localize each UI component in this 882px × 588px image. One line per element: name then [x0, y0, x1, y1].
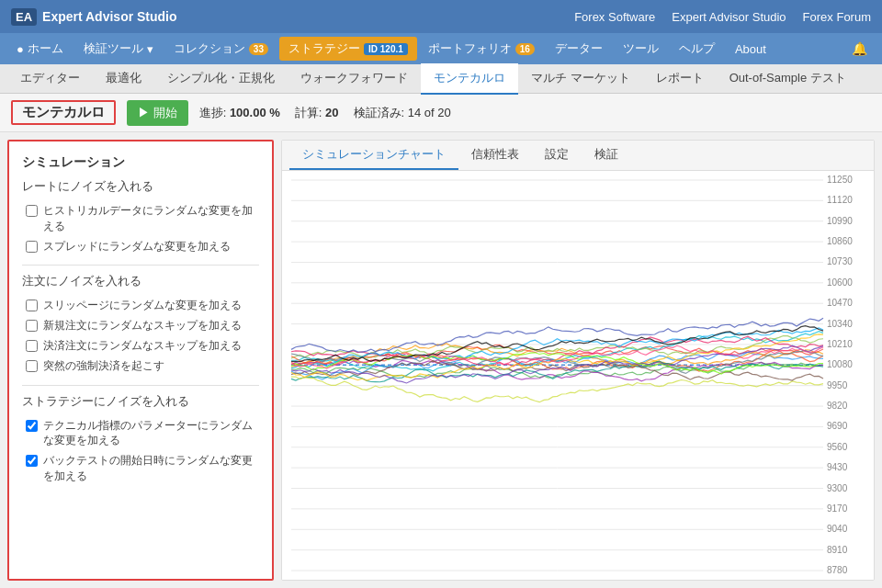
- nav-help[interactable]: ヘルプ: [670, 35, 724, 62]
- nav-strategy[interactable]: ストラテジー ID 120.1: [279, 37, 417, 61]
- tab-simplify[interactable]: シンプル化・正規化: [154, 63, 288, 95]
- check-technical-label: テクニカル指標のパラメーターにランダムな変更を加える: [43, 418, 259, 449]
- top-nav-right: Forex Software Expert Advisor Studio For…: [574, 10, 871, 24]
- nav-portfolio-label: ポートフォリオ: [428, 40, 512, 57]
- check-backtest-date-input[interactable]: [26, 455, 38, 467]
- nav-about-label: About: [735, 42, 766, 56]
- check-close-order-input[interactable]: [26, 340, 38, 352]
- check-new-order-label: 新規注文にランダムなスキップを加える: [43, 318, 242, 334]
- tab-reliability[interactable]: 信頼性表: [458, 141, 532, 170]
- sub-nav: エディター 最適化 シンプル化・正規化 ウォークフォワード モンテカルロ マルチ…: [0, 64, 882, 94]
- section-order-noise: 注文にノイズを入れる スリッページにランダムな変更を加える 新規注文にランダムな…: [22, 273, 259, 373]
- simulation-title: シミュレーション: [22, 154, 259, 171]
- check-new-order-input[interactable]: [26, 320, 38, 332]
- nav-help-label: ヘルプ: [679, 40, 715, 57]
- check-forced-input[interactable]: [26, 360, 38, 372]
- tab-verification[interactable]: 検証: [582, 141, 631, 170]
- tab-report[interactable]: レポート: [643, 63, 717, 95]
- top-nav-left: EA Expert Advisor Studio: [11, 8, 177, 26]
- order-noise-title: 注文にノイズを入れる: [22, 273, 259, 292]
- nav-collection-label: コレクション: [174, 40, 245, 57]
- check-backtest-date-label: バックテストの開始日時にランダムな変更を加える: [43, 453, 259, 484]
- forex-forum-link[interactable]: Forex Forum: [803, 10, 871, 24]
- check-close-order: 決済注文にランダムなスキップを加える: [22, 338, 259, 354]
- nav-about[interactable]: About: [726, 37, 775, 62]
- nav-verification-label: 検証ツール: [84, 40, 143, 57]
- tab-montecarlo[interactable]: モンテカルロ: [421, 63, 518, 95]
- nav-data[interactable]: データー: [546, 35, 612, 62]
- home-dot: ●: [17, 42, 24, 56]
- check-slippage-input[interactable]: [26, 300, 38, 311]
- tab-editor[interactable]: エディター: [7, 63, 93, 95]
- notification-icon[interactable]: 🔔: [844, 36, 875, 62]
- calc-label: 計算: 20: [295, 105, 339, 121]
- main-nav: ● ホーム 検証ツール ▾ コレクション 33 ストラテジー ID 120.1 …: [0, 33, 882, 64]
- nav-tools[interactable]: ツール: [614, 35, 668, 62]
- portfolio-badge: 16: [515, 43, 535, 55]
- collection-badge: 33: [249, 43, 268, 55]
- forex-software-link[interactable]: Forex Software: [574, 10, 655, 24]
- check-forced: 突然の強制決済を起こす: [22, 358, 259, 374]
- nav-data-label: データー: [555, 40, 603, 57]
- check-backtest-date: バックテストの開始日時にランダムな変更を加える: [22, 453, 259, 484]
- content-area: シミュレーション レートにノイズを入れる ヒストリカルデータにランダムな変更を加…: [0, 132, 882, 588]
- app-title: Expert Advisor Studio: [42, 9, 177, 24]
- section-strategy-noise: ストラテジーにノイズを入れる テクニカル指標のパラメーターにランダムな変更を加え…: [22, 393, 259, 484]
- chevron-down-icon: ▾: [147, 42, 153, 56]
- nav-collection[interactable]: コレクション 33: [164, 35, 277, 62]
- nav-portfolio[interactable]: ポートフォリオ 16: [419, 35, 544, 62]
- check-historical-label: ヒストリカルデータにランダムな変更を加える: [43, 203, 259, 234]
- check-slippage-label: スリッページにランダムな変更を加える: [43, 298, 242, 313]
- nav-tools-label: ツール: [623, 40, 659, 57]
- eas-link[interactable]: Expert Advisor Studio: [672, 10, 786, 24]
- check-spread-input[interactable]: [26, 241, 38, 253]
- strategy-id-badge: ID 120.1: [364, 43, 408, 55]
- check-historical-input[interactable]: [26, 205, 38, 217]
- header-info: 進捗: 100.00 % 計算: 20 検証済み: 14 of 20: [199, 105, 451, 121]
- nav-strategy-label: ストラテジー: [288, 40, 360, 57]
- check-forced-label: 突然の強制決済を起こす: [43, 358, 164, 374]
- nav-verification[interactable]: 検証ツール ▾: [74, 35, 163, 62]
- tab-settings[interactable]: 設定: [532, 141, 582, 170]
- top-nav: EA Expert Advisor Studio Forex Software …: [0, 0, 882, 33]
- strategy-noise-title: ストラテジーにノイズを入れる: [22, 393, 259, 413]
- page-header: モンテカルロ ▶ 開始 進捗: 100.00 % 計算: 20 検証済み: 14…: [0, 94, 882, 132]
- section-rate-noise: レートにノイズを入れる ヒストリカルデータにランダムな変更を加える スプレッドに…: [22, 178, 259, 254]
- tab-oos[interactable]: Out-of-Sample テスト: [717, 63, 859, 95]
- rate-noise-title: レートにノイズを入れる: [22, 178, 259, 198]
- check-technical: テクニカル指標のパラメーターにランダムな変更を加える: [22, 418, 259, 449]
- tab-walkforward[interactable]: ウォークフォワード: [288, 63, 421, 95]
- check-new-order: 新規注文にランダムなスキップを加える: [22, 318, 259, 334]
- check-historical: ヒストリカルデータにランダムな変更を加える: [22, 203, 259, 234]
- nav-home-label: ホーム: [28, 40, 63, 57]
- page-title: モンテカルロ: [11, 100, 116, 125]
- simulation-chart: [282, 171, 874, 580]
- check-spread-label: スプレッドにランダムな変更を加える: [43, 239, 231, 254]
- check-slippage: スリッページにランダムな変更を加える: [22, 298, 259, 313]
- check-technical-input[interactable]: [26, 420, 38, 432]
- ea-logo: EA: [11, 8, 37, 26]
- start-button[interactable]: ▶ 開始: [127, 100, 188, 126]
- check-spread: スプレッドにランダムな変更を加える: [22, 239, 259, 254]
- tab-simulation-chart[interactable]: シミュレーションチャート: [289, 141, 458, 170]
- check-close-order-label: 決済注文にランダムなスキップを加える: [43, 338, 242, 354]
- verified-label: 検証済み: 14 of 20: [354, 105, 451, 121]
- chart-tabs: シミュレーションチャート 信頼性表 設定 検証: [282, 141, 874, 171]
- chart-container: [282, 171, 874, 580]
- progress-label: 進捗: 100.00 %: [199, 105, 280, 121]
- nav-home[interactable]: ● ホーム: [7, 35, 73, 62]
- tab-multimarket[interactable]: マルチ マーケット: [518, 63, 643, 95]
- tab-optimize[interactable]: 最適化: [93, 63, 154, 95]
- right-panel: シミュレーションチャート 信頼性表 設定 検証: [281, 140, 875, 581]
- left-panel: シミュレーション レートにノイズを入れる ヒストリカルデータにランダムな変更を加…: [7, 140, 274, 581]
